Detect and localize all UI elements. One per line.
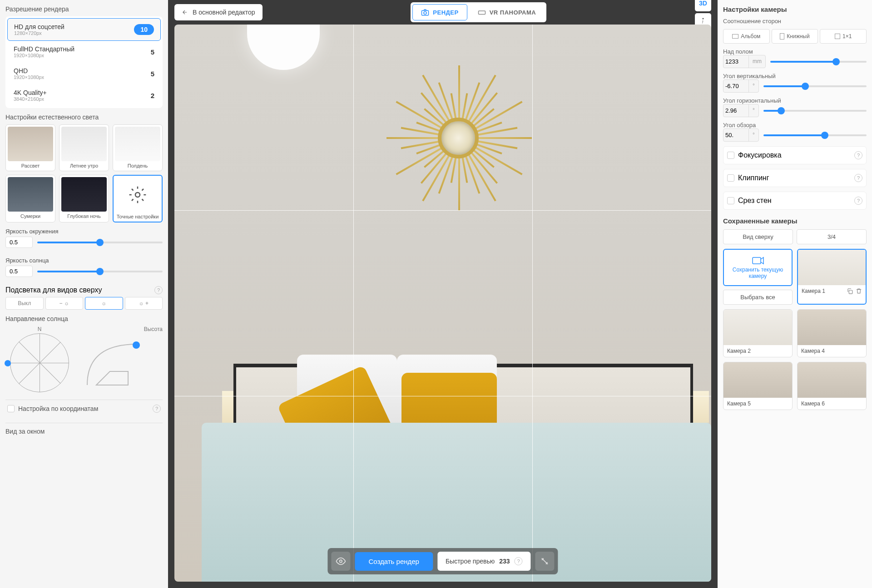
square-icon bbox=[835, 34, 840, 39]
camera-card-6[interactable]: Камера 6 bbox=[797, 362, 867, 410]
svg-point-0 bbox=[135, 193, 140, 197]
grid-line bbox=[532, 25, 533, 582]
light-preset-noon[interactable]: Полдень bbox=[113, 124, 163, 171]
sliders-icon bbox=[540, 557, 550, 566]
coord-checkbox[interactable] bbox=[7, 405, 15, 412]
light-preset-morning[interactable]: Летнее утро bbox=[59, 124, 109, 171]
resolution-badge: 10 bbox=[134, 24, 154, 35]
above-floor-label: Над полом bbox=[723, 48, 867, 55]
help-icon[interactable]: ? bbox=[854, 197, 862, 205]
landscape-icon bbox=[732, 34, 738, 39]
svg-rect-11 bbox=[849, 290, 852, 294]
window-view-title: Вид за окном bbox=[5, 423, 163, 435]
svg-rect-10 bbox=[753, 257, 761, 264]
view-top-button[interactable]: Вид сверху bbox=[723, 229, 793, 244]
svg-point-5 bbox=[702, 18, 704, 20]
env-brightness-slider[interactable] bbox=[37, 242, 163, 243]
svg-point-3 bbox=[424, 12, 426, 15]
center-viewport-area: В основной редактор РЕНДЕР VR ПАНОРАМА 3… bbox=[168, 0, 718, 588]
visibility-button[interactable] bbox=[331, 552, 350, 571]
sun-brightness-value[interactable]: 0.5 bbox=[5, 266, 33, 277]
sun-brightness-label: Яркость солнца bbox=[5, 257, 163, 264]
top-light-med[interactable]: ☼ bbox=[85, 297, 123, 310]
svg-point-6 bbox=[340, 560, 342, 563]
camera-card-4[interactable]: Камера 4 bbox=[797, 309, 867, 357]
camera-card-2[interactable]: Камера 2 bbox=[723, 309, 793, 357]
vr-icon bbox=[478, 8, 486, 16]
wallcut-checkbox[interactable] bbox=[727, 197, 734, 204]
trash-icon[interactable] bbox=[856, 288, 862, 294]
save-current-camera[interactable]: Сохранить текущую камеру bbox=[723, 249, 793, 286]
back-button[interactable]: В основной редактор bbox=[174, 4, 263, 20]
camera-card-5[interactable]: Камера 5 bbox=[723, 362, 793, 410]
h-angle-slider[interactable] bbox=[763, 110, 867, 112]
sun-height-arc[interactable] bbox=[83, 335, 146, 390]
fov-input[interactable] bbox=[723, 129, 748, 141]
sun-brightness-slider[interactable] bbox=[37, 271, 163, 272]
above-floor-input[interactable] bbox=[723, 55, 748, 68]
help-icon[interactable]: ? bbox=[153, 405, 161, 413]
ceiling-lamp bbox=[247, 25, 320, 70]
resolution-item-fullhd[interactable]: FullHD Стандартный 1920×1080px 5 bbox=[7, 41, 161, 63]
mode-tabs: РЕНДЕР VR ПАНОРАМА bbox=[411, 2, 546, 22]
aspect-label: Соотношение сторон bbox=[723, 18, 867, 25]
svg-rect-8 bbox=[780, 34, 784, 40]
eye-icon bbox=[336, 556, 346, 566]
above-floor-slider[interactable] bbox=[770, 61, 867, 63]
camera-icon bbox=[421, 8, 429, 16]
svg-rect-4 bbox=[478, 11, 485, 15]
resolution-item-qhd[interactable]: QHD 1920×1080px 5 bbox=[7, 63, 161, 84]
fov-slider[interactable] bbox=[763, 134, 867, 136]
help-icon[interactable]: ? bbox=[854, 174, 862, 182]
env-brightness-label: Яркость окружения bbox=[5, 228, 163, 235]
aspect-square[interactable]: 1×1 bbox=[820, 29, 867, 44]
v-angle-input[interactable] bbox=[723, 80, 748, 92]
tab-vr[interactable]: VR ПАНОРАМА bbox=[469, 4, 545, 20]
fov-label: Угол обзора bbox=[723, 122, 867, 128]
tab-render[interactable]: РЕНДЕР bbox=[412, 4, 467, 20]
render-viewport[interactable]: Создать рендер Быстрое превью 233 ? bbox=[174, 25, 711, 582]
help-icon[interactable]: ? bbox=[854, 151, 862, 159]
grid-line bbox=[174, 210, 711, 211]
help-icon[interactable]: ? bbox=[154, 286, 163, 294]
camera-settings-title: Настройки камеры bbox=[723, 5, 867, 13]
resolution-item-4k[interactable]: 4K Quality+ 3840×2160px 2 bbox=[7, 84, 161, 106]
h-angle-input[interactable] bbox=[723, 104, 748, 117]
gear-icon bbox=[129, 186, 147, 204]
v-angle-slider[interactable] bbox=[763, 85, 867, 87]
sun-mirror bbox=[381, 61, 535, 215]
resolution-item-hd[interactable]: HD для соцсетей 1280×720px 10 bbox=[7, 18, 161, 41]
top-light-low[interactable]: − ☼ bbox=[45, 297, 84, 310]
light-preset-night[interactable]: Глубокая ночь bbox=[59, 175, 109, 222]
top-light-off[interactable]: Выкл bbox=[5, 297, 44, 310]
light-preset-dawn[interactable]: Рассвет bbox=[5, 124, 55, 171]
top-light-high[interactable]: ☼ + bbox=[125, 297, 163, 310]
sun-direction-title: Направление солнца bbox=[5, 315, 163, 322]
grid-line bbox=[174, 396, 711, 396]
top-bar: В основной редактор РЕНДЕР VR ПАНОРАМА 3… bbox=[168, 0, 718, 25]
env-brightness-value[interactable]: 0.5 bbox=[5, 237, 33, 248]
copy-icon[interactable] bbox=[847, 288, 853, 294]
view-3d-button[interactable]: 3D bbox=[695, 0, 711, 11]
focus-checkbox[interactable] bbox=[727, 152, 734, 159]
lighting-grid: Рассвет Летнее утро Полдень Сумерки Глуб… bbox=[5, 124, 163, 222]
clipping-checkbox[interactable] bbox=[727, 174, 734, 182]
svg-rect-9 bbox=[835, 34, 840, 39]
top-light-label: Подсветка для видов сверху bbox=[5, 286, 102, 294]
select-all-button[interactable]: Выбрать все bbox=[723, 290, 793, 305]
quick-preview-button[interactable]: Быстрое превью 233 ? bbox=[437, 552, 531, 571]
portrait-icon bbox=[780, 33, 784, 40]
toggle-button[interactable] bbox=[535, 552, 555, 571]
lighting-title: Настройки естественного света bbox=[5, 114, 163, 121]
v-angle-label: Угол вертикальный bbox=[723, 73, 867, 79]
create-render-button[interactable]: Создать рендер bbox=[355, 552, 433, 571]
camera-save-icon bbox=[752, 256, 764, 265]
light-preset-custom[interactable]: Точные настройки bbox=[113, 175, 163, 222]
aspect-album[interactable]: Альбом bbox=[723, 29, 770, 44]
sun-compass[interactable]: N bbox=[5, 326, 74, 394]
camera-card-1[interactable]: Камера 1 bbox=[797, 249, 867, 305]
light-preset-dusk[interactable]: Сумерки bbox=[5, 175, 55, 222]
h-angle-label: Угол горизонтальный bbox=[723, 97, 867, 104]
aspect-portrait[interactable]: Книжный bbox=[772, 29, 818, 44]
view-34-button[interactable]: 3/4 bbox=[797, 229, 867, 244]
